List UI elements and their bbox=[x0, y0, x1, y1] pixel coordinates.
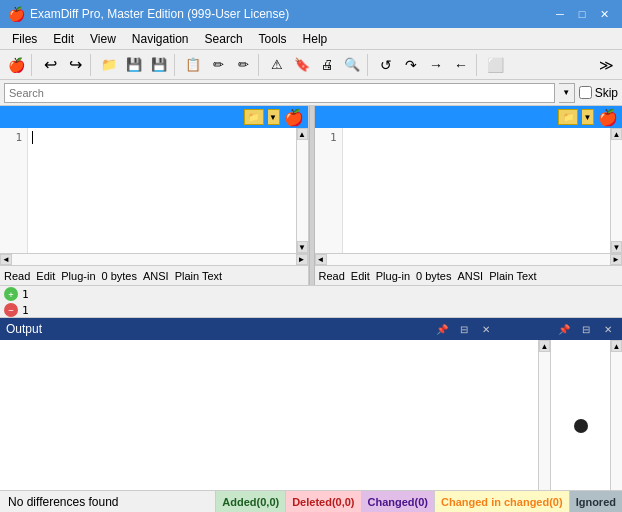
right-text-content[interactable] bbox=[343, 128, 611, 253]
skip-checkbox[interactable] bbox=[579, 86, 592, 99]
right-scroll-down[interactable]: ▼ bbox=[611, 241, 622, 253]
search-input[interactable] bbox=[4, 83, 555, 103]
left-open-button[interactable]: 📁 bbox=[244, 109, 264, 125]
menu-search[interactable]: Search bbox=[197, 30, 251, 48]
output-main-area[interactable] bbox=[0, 340, 538, 511]
undo-button[interactable]: ↩ bbox=[38, 53, 62, 77]
output-dock-button-left[interactable]: ⊟ bbox=[456, 321, 472, 337]
output-side-panel bbox=[550, 340, 610, 511]
right-pane-inner: 1 ▲ ▼ bbox=[315, 128, 623, 253]
left-scrollbar-v[interactable]: ▲ ▼ bbox=[296, 128, 308, 253]
right-status-plugin: Plug-in bbox=[376, 270, 410, 282]
menu-tools[interactable]: Tools bbox=[251, 30, 295, 48]
print-button[interactable]: 🖨 bbox=[315, 53, 339, 77]
right-open-arrow[interactable]: ▼ bbox=[582, 109, 594, 125]
refresh-button[interactable]: ↺ bbox=[374, 53, 398, 77]
output-scroll-up[interactable]: ▲ bbox=[539, 340, 550, 352]
frame-button[interactable]: ⬜ bbox=[483, 53, 507, 77]
right-scroll-right[interactable]: ► bbox=[610, 254, 622, 265]
output-title: Output bbox=[6, 322, 428, 336]
forward-button[interactable]: ↷ bbox=[399, 53, 423, 77]
right-scrollbar-h[interactable]: ◄ ► bbox=[315, 253, 623, 265]
left-scroll-up[interactable]: ▲ bbox=[297, 128, 308, 140]
minimize-button[interactable]: ─ bbox=[550, 4, 570, 24]
output-scroll-track[interactable] bbox=[539, 352, 550, 499]
left-status-type: Plain Text bbox=[175, 270, 223, 282]
right-scroll-h-track[interactable] bbox=[327, 254, 611, 265]
left-text-content[interactable] bbox=[28, 128, 296, 253]
diff-added-icon: + bbox=[4, 287, 18, 301]
right-line-num-1: 1 bbox=[317, 130, 340, 146]
output-pin-button-right[interactable]: 📌 bbox=[556, 321, 572, 337]
output-scrollbar-v[interactable]: ▲ ▼ bbox=[538, 340, 550, 511]
menu-navigation[interactable]: Navigation bbox=[124, 30, 197, 48]
left-status-mode: Read bbox=[4, 270, 30, 282]
left-open-arrow[interactable]: ▼ bbox=[268, 109, 280, 125]
left-pane-content[interactable]: 1 bbox=[0, 128, 296, 253]
bookmark-button[interactable]: 🔖 bbox=[290, 53, 314, 77]
app-icon: 🍎 bbox=[8, 6, 25, 22]
output-side-scrollbar-v[interactable]: ▲ ▼ bbox=[610, 340, 622, 511]
more-button[interactable]: ≫ bbox=[594, 53, 618, 77]
next-diff-button[interactable]: → bbox=[424, 53, 448, 77]
toolbar: 🍎 ↩ ↪ 📁 💾 💾 📋 ✏ ✏ ⚠ 🔖 🖨 🔍 ↺ ↷ → ← ⬜ ≫ bbox=[0, 50, 622, 80]
left-line-numbers: 1 bbox=[0, 128, 28, 253]
right-status-size: 0 bytes bbox=[416, 270, 451, 282]
apple-button[interactable]: 🍎 bbox=[4, 53, 28, 77]
search-button[interactable]: 🔍 bbox=[340, 53, 364, 77]
left-scrollbar-h[interactable]: ◄ ► bbox=[0, 253, 308, 265]
toolbar-separator-1 bbox=[31, 54, 35, 76]
toolbar-separator-5 bbox=[367, 54, 371, 76]
output-panel: Output 📌 ⊟ ✕ 📌 ⊟ ✕ ▲ ▼ ▲ ▼ bbox=[0, 318, 622, 512]
output-close-button-left[interactable]: ✕ bbox=[478, 321, 494, 337]
output-side-scroll-up[interactable]: ▲ bbox=[611, 340, 622, 352]
output-dock-button-right[interactable]: ⊟ bbox=[578, 321, 594, 337]
right-pane-content[interactable]: 1 bbox=[315, 128, 611, 253]
status-message: No differences found bbox=[0, 495, 215, 509]
output-pin-button[interactable]: 📌 bbox=[434, 321, 450, 337]
right-scroll-track[interactable] bbox=[611, 140, 622, 241]
left-apple-button[interactable]: 🍎 bbox=[284, 107, 304, 127]
right-apple-button[interactable]: 🍎 bbox=[598, 107, 618, 127]
open-button[interactable]: 📁 bbox=[97, 53, 121, 77]
diff-row-0: + 1 bbox=[0, 286, 622, 302]
left-status-encoding: ANSI bbox=[143, 270, 169, 282]
output-side-scroll-track[interactable] bbox=[611, 352, 622, 499]
right-pane-status: Read Edit Plug-in 0 bytes ANSI Plain Tex… bbox=[315, 265, 623, 285]
left-pane-status: Read Edit Plug-in 0 bytes ANSI Plain Tex… bbox=[0, 265, 308, 285]
maximize-button[interactable]: □ bbox=[572, 4, 592, 24]
left-scroll-right[interactable]: ► bbox=[296, 254, 308, 265]
edit-left-button[interactable]: ✏ bbox=[206, 53, 230, 77]
badge-changed: Changed(0) bbox=[361, 491, 435, 512]
left-scroll-down[interactable]: ▼ bbox=[297, 241, 308, 253]
left-line-num-1: 1 bbox=[2, 130, 25, 146]
diff-row-text-1: 1 bbox=[22, 304, 29, 317]
menu-files[interactable]: Files bbox=[4, 30, 45, 48]
left-scroll-h-track[interactable] bbox=[12, 254, 296, 265]
right-scrollbar-v[interactable]: ▲ ▼ bbox=[610, 128, 622, 253]
menu-bar: Files Edit View Navigation Search Tools … bbox=[0, 28, 622, 50]
output-close-button-right[interactable]: ✕ bbox=[600, 321, 616, 337]
left-status-plugin: Plug-in bbox=[61, 270, 95, 282]
save-right-button[interactable]: 💾 bbox=[147, 53, 171, 77]
right-line-numbers: 1 bbox=[315, 128, 343, 253]
prev-diff-button[interactable]: ← bbox=[449, 53, 473, 77]
right-scroll-left[interactable]: ◄ bbox=[315, 254, 327, 265]
toolbar-separator-3 bbox=[174, 54, 178, 76]
close-button[interactable]: ✕ bbox=[594, 4, 614, 24]
menu-view[interactable]: View bbox=[82, 30, 124, 48]
redo-button[interactable]: ↪ bbox=[63, 53, 87, 77]
diff-deleted-icon: − bbox=[4, 303, 18, 317]
right-pane: 📁 ▼ 🍎 1 ▲ ▼ ◄ ► bbox=[315, 106, 623, 285]
warning-button[interactable]: ⚠ bbox=[265, 53, 289, 77]
left-scroll-track[interactable] bbox=[297, 140, 308, 241]
save-left-button[interactable]: 💾 bbox=[122, 53, 146, 77]
right-open-button[interactable]: 📁 bbox=[558, 109, 578, 125]
right-scroll-up[interactable]: ▲ bbox=[611, 128, 622, 140]
copy-button[interactable]: 📋 bbox=[181, 53, 205, 77]
search-dropdown-arrow[interactable]: ▼ bbox=[559, 83, 575, 103]
edit-right-button[interactable]: ✏ bbox=[231, 53, 255, 77]
left-scroll-left[interactable]: ◄ bbox=[0, 254, 12, 265]
menu-edit[interactable]: Edit bbox=[45, 30, 82, 48]
menu-help[interactable]: Help bbox=[295, 30, 336, 48]
